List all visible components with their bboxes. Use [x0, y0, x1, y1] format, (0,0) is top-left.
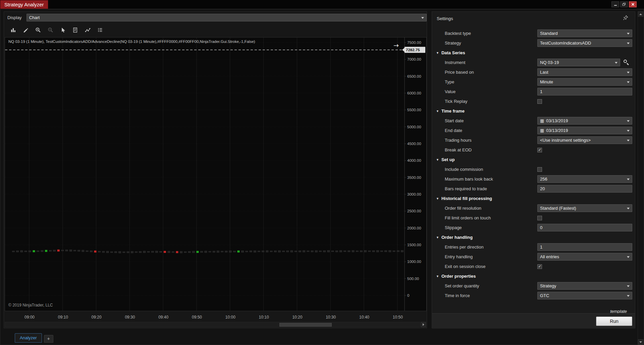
start-date-picker[interactable]: ▦03/13/2019 [537, 117, 632, 125]
bars-required-to-trade-input[interactable] [537, 185, 632, 193]
candle [20, 251, 23, 252]
time-in-force-dropdown[interactable]: GTC [537, 292, 632, 299]
candle [348, 251, 350, 252]
y-axis-label: 1500.00 [407, 243, 421, 247]
right-arrow-icon[interactable]: → [393, 42, 399, 49]
triangle-right-icon [423, 323, 424, 326]
candle [197, 251, 199, 253]
vertical-scrollbar[interactable] [638, 11, 643, 345]
report-icon[interactable] [71, 25, 80, 34]
cursor-icon[interactable] [58, 25, 67, 34]
scrollbar-track[interactable] [5, 322, 420, 327]
entry-handling-dropdown[interactable]: All entries [537, 253, 632, 261]
list-icon[interactable] [96, 25, 105, 34]
scrollbar-thumb[interactable] [279, 323, 332, 327]
add-tab-button[interactable]: + [44, 335, 53, 343]
setting-control: NQ 03-19 [537, 59, 632, 66]
close-button[interactable] [629, 1, 637, 7]
setting-control [537, 243, 632, 251]
section-expander-icon[interactable]: ▼ [436, 275, 439, 278]
chevron-down-icon [627, 33, 630, 34]
price-based-on-dropdown[interactable]: Last [537, 68, 632, 76]
zoom-in-icon[interactable] [34, 25, 43, 34]
settings-row-data-series: ▼Data Series [432, 48, 635, 58]
candle [368, 251, 371, 252]
minimize-button[interactable] [611, 1, 619, 7]
x-axis-label: 09:30 [125, 315, 135, 320]
candle [147, 251, 150, 252]
display-dropdown[interactable]: Chart [26, 14, 427, 21]
scroll-right-button[interactable] [421, 322, 426, 327]
chevron-down-icon [627, 130, 630, 132]
candle [192, 251, 195, 253]
settings-row-tick-replay: Tick Replay [432, 96, 635, 106]
instrument-dropdown[interactable]: NQ 03-19 [537, 59, 620, 66]
candle [184, 252, 186, 253]
settings-panel: Settings Backtest typeStandardStrategyTe… [432, 11, 635, 328]
candle [94, 251, 97, 253]
candle [143, 251, 146, 253]
y-axis-label: 2000.00 [407, 226, 421, 230]
pencil-icon[interactable] [21, 25, 30, 34]
dropdown-value: Standard (Fastest) [540, 205, 576, 212]
setting-label: Trading hours [445, 138, 472, 143]
dropdown-value: Strategy [540, 282, 556, 289]
chart-horizontal-scrollbar[interactable] [5, 322, 426, 327]
polyline-icon[interactable] [83, 25, 92, 34]
instrument-search-icon[interactable] [623, 59, 630, 66]
bar-chart-icon[interactable] [9, 25, 18, 34]
candle [24, 251, 27, 252]
chevron-down-icon [627, 72, 630, 73]
y-axis-label: 0 [407, 293, 409, 297]
setting-control: Standard [537, 29, 632, 37]
exit-on-session-close-checkbox[interactable]: ✓ [537, 264, 542, 269]
break-at-eod-checkbox[interactable]: ✓ [537, 148, 542, 152]
triangle-down-icon [639, 341, 642, 343]
candle [151, 251, 154, 253]
settings-row-type: TypeMinute [432, 77, 635, 87]
value-input[interactable] [537, 88, 632, 95]
backtest-type-dropdown[interactable]: Standard [537, 29, 632, 37]
fill-limit-orders-on-touch-checkbox[interactable] [537, 216, 542, 220]
slippage-input[interactable] [537, 224, 632, 231]
end-date-picker[interactable]: ▦03/13/2019 [537, 127, 632, 134]
section-expander-icon[interactable]: ▼ [436, 110, 439, 113]
pin-icon[interactable] [623, 15, 628, 20]
section-expander-icon[interactable]: ▼ [436, 51, 439, 55]
candle [102, 251, 105, 253]
zoom-out-icon [46, 25, 55, 34]
restore-button[interactable] [620, 1, 628, 7]
candle [389, 251, 391, 252]
dropdown-value: GTC [540, 292, 549, 299]
setting-control: Last [537, 68, 632, 76]
order-fill-resolution-dropdown[interactable]: Standard (Fastest) [537, 204, 632, 212]
run-button[interactable]: Run [596, 317, 632, 326]
entries-per-direction-input[interactable] [537, 243, 632, 251]
setting-label: Strategy [445, 41, 461, 46]
type-dropdown[interactable]: Minute [537, 78, 632, 86]
include-commission-checkbox[interactable] [537, 167, 542, 172]
maximum-bars-look-back-dropdown[interactable]: 256 [537, 175, 632, 183]
tick-replay-checkbox[interactable] [537, 99, 542, 104]
tab-analyzer[interactable]: Analyzer [15, 333, 42, 343]
candle [229, 251, 231, 253]
section-expander-icon[interactable]: ▼ [436, 158, 439, 161]
candle [401, 250, 404, 252]
y-axis-label: 500.00 [407, 277, 419, 281]
setting-label: Entries per direction [445, 245, 484, 250]
scroll-up-button[interactable] [638, 11, 643, 17]
candle [323, 251, 326, 252]
strategy-dropdown[interactable]: TestCustomIndicatorsADD [537, 39, 632, 47]
setting-label: Break at EOD [445, 147, 472, 152]
section-expander-icon[interactable]: ▼ [436, 197, 439, 200]
set-order-quantity-dropdown[interactable]: Strategy [537, 282, 632, 290]
section-expander-icon[interactable]: ▼ [436, 236, 439, 239]
trading-hours-dropdown[interactable]: <Use instrument settings> [537, 136, 632, 144]
chart-area[interactable]: NQ 03-19 (1 Minute), TestCustomIndicator… [5, 37, 427, 311]
candle [217, 251, 219, 253]
price-chart[interactable]: 7500.007000.006500.006000.005500.005000.… [5, 38, 426, 311]
candle [90, 251, 92, 252]
candle [98, 251, 101, 252]
scroll-down-button[interactable] [638, 339, 643, 345]
candle [127, 252, 129, 253]
